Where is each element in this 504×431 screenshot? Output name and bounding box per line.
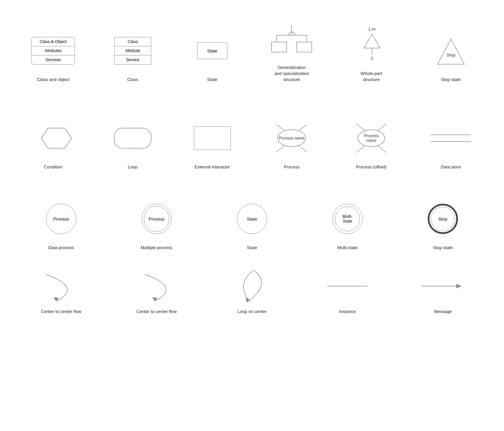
label-data-process: Data process bbox=[48, 245, 74, 251]
label-instance: Instance bbox=[339, 309, 355, 315]
class-shape: Class Attribute Service bbox=[114, 37, 151, 65]
stop-circle-text: Stop bbox=[438, 217, 448, 222]
multiple-process-text: Process bbox=[149, 217, 165, 222]
stop-triangle-shape: Stop bbox=[432, 32, 469, 69]
label-loop-center: Loop on center bbox=[238, 309, 267, 315]
stop-state-circle-shape: Stop bbox=[428, 204, 458, 234]
state-circle-text: State bbox=[247, 217, 257, 222]
class-object-svc: Services bbox=[32, 55, 75, 64]
ext-interactor-shape bbox=[194, 126, 231, 150]
svg-marker-7 bbox=[364, 34, 380, 48]
multiple-process-shape: Process bbox=[141, 204, 172, 234]
cell-data-store: Data store bbox=[411, 107, 491, 174]
cell-class-object: Class-&-Object Attributes Services Class… bbox=[13, 10, 93, 86]
svg-marker-12 bbox=[41, 128, 72, 148]
svg-text:1,m: 1,m bbox=[368, 27, 376, 32]
center-flow-1-shape bbox=[39, 268, 83, 305]
cell-multiple-process: Process Multiple process bbox=[109, 187, 204, 254]
svg-text:Process name: Process name bbox=[279, 136, 305, 141]
label-ext-interactor: External interactor bbox=[195, 164, 230, 170]
multi-state-inner: Multi-State bbox=[335, 206, 360, 231]
whole-part-shape: 1,m 1 bbox=[351, 25, 391, 65]
label-center-flow-1: Center to center flow bbox=[41, 309, 81, 315]
process-shape: Process name bbox=[266, 120, 317, 157]
loop-shape bbox=[111, 123, 155, 153]
label-center-flow-2: Center to center flow bbox=[136, 309, 177, 315]
state-box-text: State bbox=[207, 48, 217, 53]
svg-rect-13 bbox=[114, 128, 151, 148]
cell-stop-triangle: Stop Stop state bbox=[411, 10, 491, 86]
label-stop-triangle: Stop state bbox=[441, 77, 461, 83]
loop-center-shape bbox=[228, 267, 276, 306]
class-object-attr: Attributes bbox=[32, 46, 75, 55]
stop-circle-inner: Stop bbox=[431, 207, 455, 231]
generalization-shape bbox=[270, 18, 313, 59]
cell-loop: Loop bbox=[93, 107, 173, 174]
multi-state-text: Multi-State bbox=[342, 214, 352, 224]
svg-marker-10 bbox=[437, 39, 464, 64]
label-loop: Loop bbox=[128, 164, 138, 170]
label-class: Class bbox=[127, 77, 138, 83]
svg-rect-4 bbox=[271, 42, 287, 52]
cell-loop-center: Loop on center bbox=[204, 258, 300, 318]
label-generalization: Generalizationand specializationstructur… bbox=[275, 65, 309, 83]
svg-text:name: name bbox=[366, 138, 376, 143]
cell-class: Class Attribute Service Class bbox=[93, 10, 173, 86]
class-object-name: Class-&-Object bbox=[32, 37, 75, 46]
label-class-object: Class and object bbox=[37, 77, 69, 83]
multi-state-shape: Multi-State bbox=[332, 204, 363, 234]
svg-text:Process: Process bbox=[364, 133, 378, 138]
state-box-shape: State bbox=[197, 42, 227, 59]
data-store-shape bbox=[427, 128, 474, 148]
label-process-offset: Process (offset) bbox=[356, 164, 387, 170]
cell-generalization: Generalizationand specializationstructur… bbox=[252, 10, 332, 86]
cell-center-flow-2: Center to center flow bbox=[109, 258, 204, 318]
label-state-circle: State bbox=[247, 245, 257, 251]
svg-marker-30 bbox=[152, 297, 158, 301]
data-process-shape: Process bbox=[46, 204, 76, 234]
cell-data-process: Process Data process bbox=[13, 187, 109, 254]
class-object-shape: Class-&-Object Attributes Services bbox=[31, 37, 75, 65]
condition-shape bbox=[31, 121, 75, 155]
center-flow-2-shape bbox=[135, 268, 178, 305]
label-stop-state-circle: Stop state bbox=[433, 245, 453, 251]
label-process: Process bbox=[284, 164, 300, 170]
cell-multi-state: Multi-State Multi-state bbox=[300, 187, 395, 254]
svg-rect-5 bbox=[297, 42, 312, 52]
multiple-inner: Process bbox=[144, 206, 169, 232]
state-circle-shape: State bbox=[237, 204, 267, 234]
cell-process-offset: Process name Process (offset) bbox=[332, 107, 411, 174]
cell-ext-interactor: External interactor bbox=[172, 107, 252, 174]
class-row1: Class bbox=[115, 37, 151, 46]
label-condition: Condition bbox=[44, 164, 62, 170]
label-multiple-process: Multiple process bbox=[141, 245, 172, 251]
class-row3: Service bbox=[115, 55, 151, 64]
cell-state: State State bbox=[172, 10, 252, 86]
svg-text:1: 1 bbox=[371, 56, 373, 61]
class-row2: Attribute bbox=[115, 46, 151, 55]
instance-shape bbox=[324, 276, 371, 296]
cell-whole-part: 1,m 1 Whole-partstructure bbox=[332, 10, 411, 86]
svg-marker-34 bbox=[456, 284, 461, 288]
cell-message: Message bbox=[395, 258, 491, 318]
cell-stop-state-circle: Stop Stop state bbox=[395, 187, 491, 254]
cell-state-circle: State State bbox=[204, 187, 300, 254]
label-multi-state: Multi-state bbox=[337, 245, 358, 251]
svg-text:Stop: Stop bbox=[446, 52, 455, 57]
cell-instance: Instance bbox=[300, 258, 395, 318]
label-data-store: Data store bbox=[441, 164, 461, 170]
svg-marker-29 bbox=[53, 297, 59, 301]
data-process-text: Process bbox=[53, 217, 69, 222]
label-message: Message bbox=[434, 309, 452, 315]
cell-condition: Condition bbox=[13, 107, 93, 174]
label-state: State bbox=[207, 77, 217, 83]
label-whole-part: Whole-partstructure bbox=[361, 71, 382, 83]
cell-process: Process name Process bbox=[252, 107, 332, 174]
process-offset-shape: Process name bbox=[348, 120, 395, 157]
message-shape bbox=[418, 276, 468, 296]
cell-center-flow-1: Center to center flow bbox=[13, 258, 109, 318]
